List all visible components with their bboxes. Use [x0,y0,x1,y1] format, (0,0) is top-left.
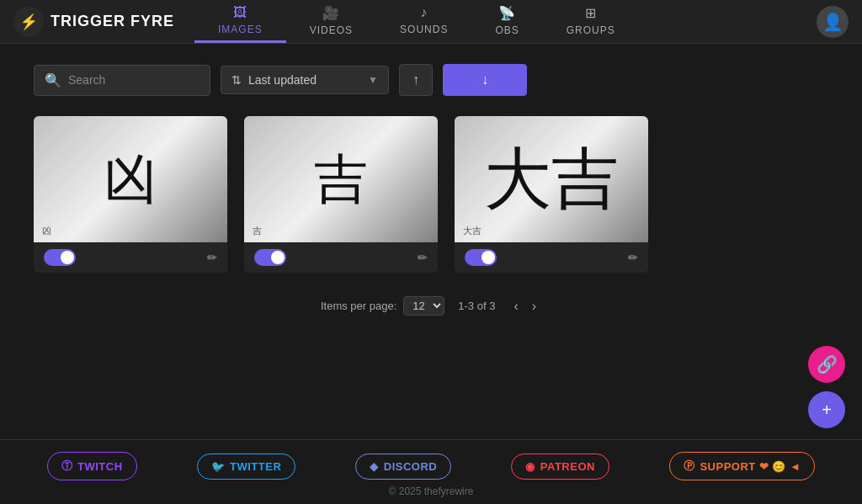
link-fab-button[interactable]: 🔗 [808,346,845,383]
pagination-items-per-page: Items per page: 12 24 48 [321,296,444,316]
groups-icon: ⊞ [585,5,597,21]
tab-images-label: IMAGES [218,24,263,35]
search-icon: 🔍 [45,72,61,88]
twitch-label: TWITCH [77,460,123,473]
discord-label: DISCORD [384,460,437,473]
pagination-nav: ‹ › [508,297,541,316]
tab-images[interactable]: 🖼 IMAGES [194,0,286,43]
sort-label: Last updated [248,73,361,87]
card-1[interactable]: 凶 凶 ✏ [34,116,227,273]
patreon-icon: ◉ [525,460,535,473]
profile-icon: 👤 [822,12,843,32]
pagination-range: 1-3 of 3 [458,300,495,312]
sort-ascending-button[interactable]: ↑ [399,64,433,96]
tab-groups[interactable]: ⊞ GROUPS [543,0,639,43]
toolbar: 🔍 ⇅ Last updated ▼ ↑ ↓ [34,64,828,96]
tab-groups-label: GROUPS [567,24,615,36]
card-3-edit-button[interactable]: ✏ [628,251,638,264]
card-1-kanji: 凶 [104,152,157,206]
svg-text:⚡: ⚡ [19,13,39,31]
pagination: Items per page: 12 24 48 1-3 of 3 ‹ › [34,296,828,316]
discord-link[interactable]: ◆ DISCORD [355,454,451,480]
twitch-icon: ⓣ [61,459,73,474]
link-icon: 🔗 [817,354,838,374]
sort-descending-button[interactable]: ↓ [443,64,527,96]
logo-text: TRIGGER FYRE [51,13,174,30]
search-input[interactable] [68,73,200,87]
videos-icon: 🎥 [322,5,340,21]
add-fab-button[interactable]: + [808,391,845,428]
add-icon: + [822,401,832,420]
card-1-toggle[interactable] [44,249,76,266]
search-box[interactable]: 🔍 [34,65,210,96]
obs-icon: 📡 [498,5,516,21]
pagination-next-button[interactable]: › [527,297,541,316]
support-label: SUPPORT ❤ 😊 ◄ [700,460,801,473]
items-per-page-select[interactable]: 12 24 48 [403,296,444,316]
card-2-edit-button[interactable]: ✏ [418,251,428,264]
card-1-edit-button[interactable]: ✏ [207,251,217,264]
tab-sounds-label: SOUNDS [400,24,448,35]
sounds-icon: ♪ [420,5,428,20]
card-2-bottom: ✏ [244,242,438,273]
fab-container: 🔗 + [808,346,845,428]
card-3-bottom: ✏ [455,242,648,273]
card-3-label: 大吉 [463,225,482,237]
items-per-page-label: Items per page: [321,300,396,312]
toggle-knob [61,251,74,264]
footer-links: ⓣ TWITCH 🐦 TWITTER ◆ DISCORD ◉ PATREON ⓟ… [17,440,845,485]
header: ⚡ TRIGGER FYRE 🖼 IMAGES 🎥 VIDEOS ♪ SOUND… [0,0,862,44]
twitter-link[interactable]: 🐦 TWITTER [197,454,296,480]
tab-obs[interactable]: 📡 OBS [471,0,542,43]
tab-videos[interactable]: 🎥 VIDEOS [286,0,376,43]
support-link[interactable]: ⓟ SUPPORT ❤ 😊 ◄ [669,452,816,480]
sort-icon: ⇅ [231,73,242,87]
card-3-image: 大吉 大吉 [455,116,648,242]
logo-icon: ⚡ [13,7,44,37]
card-3-toggle[interactable] [465,249,497,266]
tab-videos-label: VIDEOS [310,24,353,36]
images-icon: 🖼 [233,5,247,20]
chevron-down-icon: ▼ [368,74,378,86]
profile-button[interactable]: 👤 [817,6,849,38]
footer: ⓣ TWITCH 🐦 TWITTER ◆ DISCORD ◉ PATREON ⓟ… [0,439,862,504]
card-2-image: 吉 吉 [244,116,438,242]
card-1-bottom: ✏ [34,242,227,273]
patreon-link[interactable]: ◉ PATREON [511,454,609,480]
pagination-prev-button[interactable]: ‹ [508,297,523,316]
card-2-label: 吉 [253,225,262,237]
cards-grid: 凶 凶 ✏ 吉 吉 ✏ 大吉 [34,116,828,273]
nav-tabs: 🖼 IMAGES 🎥 VIDEOS ♪ SOUNDS 📡 OBS ⊞ GROUP… [194,0,817,43]
card-2-toggle[interactable] [254,249,286,266]
tab-sounds[interactable]: ♪ SOUNDS [376,0,471,43]
sort-select[interactable]: ⇅ Last updated ▼ [221,66,389,94]
main-content: 🔍 ⇅ Last updated ▼ ↑ ↓ 凶 凶 ✏ [0,44,862,336]
up-arrow-icon: ↑ [412,72,419,88]
copyright: © 2025 thefyrewire [17,485,845,504]
twitch-link[interactable]: ⓣ TWITCH [47,452,137,480]
down-arrow-icon: ↓ [482,72,488,88]
twitter-label: TWITTER [230,460,281,473]
toggle-knob [482,251,495,264]
twitter-icon: 🐦 [211,460,226,473]
card-3-kanji: 大吉 [484,146,619,213]
logo[interactable]: ⚡ TRIGGER FYRE [13,7,174,37]
patreon-label: PATREON [540,460,595,473]
discord-icon: ◆ [370,460,379,473]
card-1-label: 凶 [42,225,51,237]
card-1-image: 凶 凶 [34,116,227,242]
tab-obs-label: OBS [495,24,519,36]
toggle-knob [271,251,285,264]
card-3[interactable]: 大吉 大吉 ✏ [455,116,648,273]
card-2-kanji: 吉 [314,152,368,206]
support-icon: ⓟ [684,459,695,474]
card-2[interactable]: 吉 吉 ✏ [244,116,438,273]
